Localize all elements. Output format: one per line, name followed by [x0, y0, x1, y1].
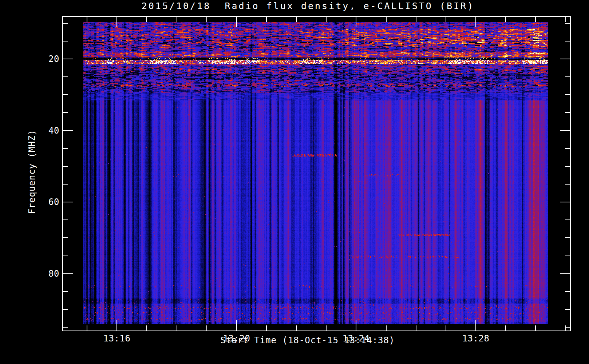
tick-mark — [63, 327, 68, 328]
tick-mark — [565, 76, 570, 77]
tick-mark — [446, 325, 446, 331]
tick-mark — [63, 273, 73, 274]
tick-mark — [386, 17, 387, 22]
tick-mark — [63, 291, 68, 292]
tick-mark — [296, 17, 297, 22]
tick-mark — [565, 94, 570, 95]
tick-mark — [560, 202, 570, 202]
tick-mark — [565, 219, 570, 220]
tick-mark — [565, 256, 570, 256]
tick-mark — [565, 166, 570, 167]
tick-mark — [63, 41, 68, 41]
tick-mark — [565, 291, 570, 292]
tick-mark — [535, 17, 536, 22]
tick-mark — [565, 184, 570, 185]
tick-mark — [565, 17, 566, 22]
tick-mark — [63, 202, 73, 202]
tick-mark — [356, 17, 356, 27]
tick-mark — [505, 17, 506, 22]
tick-mark — [565, 23, 570, 24]
tick-mark — [565, 325, 566, 331]
tick-mark — [63, 94, 68, 95]
tick-mark — [356, 320, 356, 331]
tick-mark — [177, 17, 177, 22]
tick-mark — [177, 325, 177, 331]
y-tick-label: 40 — [30, 126, 59, 136]
tick-mark — [63, 148, 68, 149]
spectrogram-page: 2015/10/18 Radio flux density, e-CALLIST… — [0, 0, 589, 364]
tick-mark — [63, 184, 68, 185]
tick-mark — [146, 325, 147, 331]
tick-mark — [565, 148, 570, 149]
tick-mark — [206, 17, 207, 22]
tick-mark — [505, 325, 506, 331]
tick-mark — [326, 17, 327, 22]
y-tick-label: 80 — [30, 269, 59, 279]
tick-mark — [565, 237, 570, 238]
x-axis-title: Start Time (18-Oct-15 13:14:38) — [126, 335, 490, 345]
tick-mark — [446, 17, 446, 22]
tick-mark — [565, 309, 570, 310]
tick-mark — [266, 17, 267, 22]
tick-mark — [416, 325, 416, 331]
tick-mark — [386, 325, 387, 331]
tick-mark — [565, 112, 570, 113]
tick-mark — [63, 130, 73, 131]
chart-title: 2015/10/18 Radio flux density, e-CALLIST… — [62, 1, 554, 11]
tick-mark — [116, 320, 117, 331]
tick-mark — [296, 325, 297, 331]
tick-mark — [63, 219, 68, 220]
tick-mark — [116, 17, 117, 27]
tick-mark — [63, 76, 68, 77]
tick-mark — [63, 59, 73, 59]
tick-mark — [266, 325, 267, 331]
tick-mark — [560, 59, 570, 59]
tick-mark — [63, 309, 68, 310]
tick-mark — [146, 17, 147, 22]
tick-mark — [236, 17, 237, 27]
tick-mark — [475, 17, 476, 27]
tick-mark — [565, 327, 570, 328]
tick-mark — [565, 41, 570, 41]
tick-mark — [560, 273, 570, 274]
tick-mark — [416, 17, 416, 22]
tick-mark — [535, 325, 536, 331]
tick-mark — [206, 325, 207, 331]
tick-mark — [326, 325, 327, 331]
tick-mark — [475, 320, 476, 331]
tick-mark — [236, 320, 237, 331]
y-tick-label: 60 — [30, 197, 59, 207]
tick-mark — [63, 256, 68, 256]
tick-mark — [63, 237, 68, 238]
tick-mark — [63, 166, 68, 167]
plot-frame — [62, 16, 571, 331]
tick-mark — [63, 112, 68, 113]
tick-mark — [87, 17, 87, 22]
y-tick-label: 20 — [30, 54, 59, 64]
tick-mark — [87, 325, 87, 331]
tick-mark — [63, 23, 68, 24]
tick-mark — [560, 130, 570, 131]
